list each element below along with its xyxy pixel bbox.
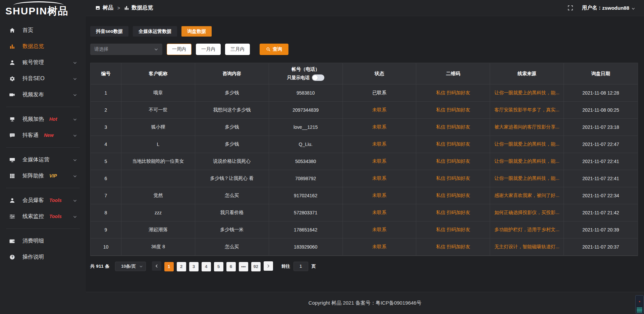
toggle-knob [313, 75, 318, 80]
sidebar-item[interactable]: 账号管理 [0, 54, 86, 70]
sidebar-item[interactable]: 会员爆客Tools [0, 192, 86, 208]
page-ellipsis-button[interactable]: ••• [239, 262, 248, 271]
sidebar-item[interactable]: 视频加热Hot [0, 111, 86, 127]
table-row: 9潮起潮落多少钱一米178651642未联系私信 扫码加好友多功能护栏灯，适用于… [91, 221, 638, 239]
qrcode-links[interactable]: 私信 扫码加好友 [416, 136, 490, 153]
cell-date: 2021-11-07 22:41 [564, 170, 638, 187]
qrcode-links[interactable]: 私信 扫码加好友 [416, 204, 490, 221]
per-page-select[interactable]: 10条/页 [115, 262, 146, 271]
account-select[interactable]: 请选择 [90, 44, 162, 55]
lead-source-link[interactable]: 被大家追着问的客厅投影分享... [490, 119, 564, 136]
sidebar-item[interactable]: 线索监控Tools [0, 208, 86, 224]
page-list: 123456•••92 [152, 261, 276, 271]
lead-source-link[interactable]: 无主灯设计，智能磁吸轨道灯... [490, 239, 564, 256]
prev-page-button[interactable] [152, 261, 161, 271]
page-button[interactable]: 6 [226, 262, 236, 271]
lead-source-link[interactable]: 让你一眼就爱上的黑科技，能... [490, 85, 564, 102]
sidebar-item[interactable]: 抖音SEO [0, 70, 86, 87]
sidebar: SHUPIN树品 首页数据总览账号管理抖音SEO视频发布视频加热Hot抖客通Ne… [0, 0, 86, 314]
lead-source-link[interactable]: 让你一眼就爱上的黑科技，能... [490, 170, 564, 187]
gear-icon [9, 76, 15, 82]
qrcode-links[interactable]: 私信 扫码加好友 [416, 239, 490, 256]
next-page-button[interactable] [264, 261, 273, 271]
sidebar-item[interactable]: 视频发布 [0, 87, 86, 103]
qrcode-links[interactable]: 私信 扫码加好友 [416, 85, 490, 102]
cell-nickname: L [121, 136, 195, 153]
range-button[interactable]: 一月内 [196, 44, 221, 55]
table-row: 6多少钱？让我死心 看70898792未联系私信 扫码加好友让你一眼就爱上的黑科… [91, 170, 638, 187]
qrcode-links[interactable]: 私信 扫码加好友 [416, 153, 490, 170]
status-badge: 未联系 [343, 153, 417, 170]
page-button[interactable]: 4 [202, 262, 211, 271]
column-header-label: 编号 [101, 71, 111, 77]
lead-source-link[interactable]: 让你一眼就爱上的黑科技，能... [490, 153, 564, 170]
fullscreen-icon[interactable] [568, 5, 573, 11]
qrcode-links[interactable]: 私信 扫码加好友 [416, 170, 490, 187]
range-button[interactable]: 三月内 [225, 44, 250, 55]
cell-account: 183929060 [269, 239, 343, 256]
sidebar-item[interactable]: 抖客通New [0, 127, 86, 143]
sidebar-divider [6, 228, 80, 229]
logo-arc-decoration [13, 1, 64, 5]
table-header-row: 编号客户昵称咨询内容帐号（电话）只显示电话状态二维码线索来源询盘日期 [91, 63, 638, 85]
cell-nickname: 潮起潮落 [121, 221, 195, 239]
cell-nickname: 当地比较能吃的一位美女 [121, 153, 195, 170]
sidebar-divider [6, 188, 80, 188]
lead-source-link[interactable]: 客厅安装投影半年多了，真实... [490, 102, 564, 119]
column-header-label: 线索来源 [518, 71, 536, 77]
sidebar-item[interactable]: 消费明细 [0, 233, 86, 249]
username-value: zswodun88 [602, 5, 629, 11]
status-badge: 未联系 [343, 187, 417, 204]
cell-account: Q_Liu. [269, 136, 343, 153]
tab-2[interactable]: 全媒体运营数据 [133, 26, 177, 37]
column-header-label: 询盘日期 [591, 71, 610, 77]
pagination: 共 911 条 10条/页 123456•••92 前往 页 [90, 261, 638, 271]
qrcode-links[interactable]: 私信 扫码加好友 [416, 102, 490, 119]
lead-source-link[interactable]: 感谢大家喜欢我家，被问了好... [490, 187, 564, 204]
status-badge: 已联系 [343, 85, 417, 102]
cell-account: 9583810 [269, 85, 343, 102]
table-row: 1哦章多少钱9583810已联系私信 扫码加好友让你一眼就爱上的黑科技，能...… [91, 85, 638, 102]
lead-source-link[interactable]: 多功能护栏灯，适用于乡村文... [490, 221, 564, 239]
phone-only-toggle[interactable] [312, 74, 324, 81]
cell-id: 3 [91, 119, 121, 136]
tab-3[interactable]: 询盘数据 [181, 26, 212, 37]
range-button[interactable]: 一周内 [167, 44, 192, 55]
page-button[interactable]: 2 [177, 262, 186, 271]
sidebar-item-label: 账号管理 [22, 59, 44, 66]
qrcode-links[interactable]: 私信 扫码加好友 [416, 119, 490, 136]
user-menu[interactable]: 用户名： zswodun88 [582, 5, 635, 11]
sidebar-item[interactable]: ?操作说明 [0, 249, 86, 265]
qrcode-links[interactable]: 私信 扫码加好友 [416, 187, 490, 204]
grid-icon [9, 173, 15, 179]
sidebar-item[interactable]: 首页 [0, 22, 86, 38]
cell-account: 50534380 [269, 153, 343, 170]
tab-1[interactable]: 抖音seo数据 [90, 26, 128, 37]
page-button[interactable]: 5 [214, 262, 223, 271]
column-header: 询盘日期 [564, 63, 638, 85]
column-header-label: 咨询内容 [222, 71, 241, 77]
table-row: 3狐小狸多少钱love__1215未联系私信 扫码加好友被大家追着问的客厅投影分… [91, 119, 638, 136]
goto-page-input[interactable] [293, 262, 308, 271]
per-page-value: 10条/页 [118, 263, 139, 269]
heat-icon [9, 116, 15, 122]
sidebar-item[interactable]: 全媒体运营 [0, 152, 86, 168]
lead-source-link[interactable]: 让你一眼就爱上的黑科技，能... [490, 136, 564, 153]
main-area: 树品 > 数据总览 用户名： zswodun88 抖音seo数据全媒体运营数据询… [86, 0, 644, 314]
search-button[interactable]: 查询 [260, 44, 288, 55]
page-button[interactable]: 92 [251, 262, 261, 271]
page-button[interactable]: 3 [189, 262, 199, 271]
sidebar-item[interactable]: 数据总览 [0, 38, 86, 54]
footer: Copyright 树品 2021 备案号：粤ICP备09019646号 [86, 292, 644, 314]
sidebar-item[interactable]: 矩阵助推VIP [0, 168, 86, 184]
app-icon [95, 5, 100, 10]
qrcode-links[interactable]: 私信 扫码加好友 [416, 221, 490, 239]
breadcrumb-root[interactable]: 树品 [103, 4, 113, 11]
page-button[interactable]: 1 [164, 262, 174, 271]
video-icon [9, 92, 15, 98]
lead-source-link[interactable]: 如何正确选择投影仪，买投影... [490, 204, 564, 221]
column-header-label: 帐号（电话） [291, 66, 320, 72]
sidebar-item-label: 操作说明 [22, 254, 44, 261]
cell-date: 2021-11-07 22:34 [564, 187, 638, 204]
cell-id: 6 [91, 170, 121, 187]
